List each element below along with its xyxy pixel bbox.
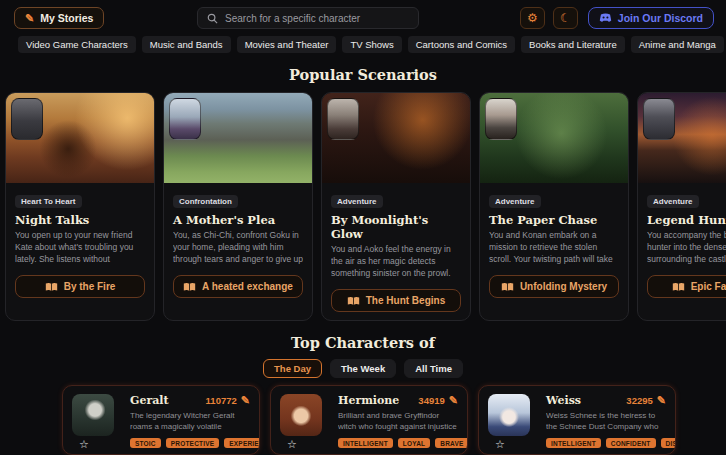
scenario-image [322, 93, 470, 183]
scenario-image [480, 93, 628, 183]
character-description: The legendary Witcher Geralt roams a mag… [130, 410, 250, 433]
popular-scenarios-title: Popular Scenarios [0, 66, 726, 83]
tag[interactable]: BRAVE [435, 438, 468, 448]
search-input[interactable] [225, 13, 409, 24]
nav-item-books-and-literature[interactable]: Books and Literature [521, 36, 625, 53]
scenario-badge: Adventure [647, 195, 699, 208]
time-range-tabs: The Day The Week All Time [0, 359, 726, 378]
scenario-card-a-mothers-plea[interactable]: Confrontation A Mother's Plea You, as Ch… [163, 92, 313, 321]
search-icon [207, 13, 218, 24]
avatar [72, 394, 114, 436]
my-stories-label: My Stories [40, 12, 93, 24]
scenario-card-the-paper-chase[interactable]: Adventure The Paper Chase You and Konan … [479, 92, 629, 321]
book-icon [347, 296, 360, 306]
nav-item-movies-and-theater[interactable]: Movies and Theater [237, 36, 337, 53]
tag[interactable]: EXPERIENCED [224, 438, 260, 448]
character-name: Hermione [338, 394, 399, 407]
scenario-start-button[interactable]: The Hunt Begins [331, 289, 461, 312]
book-icon [45, 282, 58, 292]
nav-item-cartoons-and-comics[interactable]: Cartoons and Comics [408, 36, 515, 53]
scenario-character-avatar [327, 98, 359, 140]
scenario-badge: Adventure [331, 195, 383, 208]
settings-button[interactable]: ⚙ [520, 7, 545, 29]
tab-the-week[interactable]: The Week [330, 359, 396, 378]
tag[interactable]: DISCIPLINED [661, 438, 676, 448]
character-description: Weiss Schnee is the heiress to the Schne… [546, 410, 666, 433]
tab-the-day[interactable]: The Day [263, 359, 322, 378]
favorite-star-icon[interactable]: ☆ [495, 438, 505, 451]
scenario-character-avatar [643, 98, 675, 140]
favorite-star-icon[interactable]: ☆ [287, 438, 297, 451]
scenario-card-by-moonlights-glow[interactable]: Adventure By Moonlight's Glow You and Ao… [321, 92, 471, 321]
scenario-start-button[interactable]: A heated exchange [173, 275, 303, 298]
scenario-badge: Confrontation [173, 195, 238, 208]
scenario-description: You, as Chi-Chi, confront Goku in your h… [173, 230, 303, 266]
character-card-geralt[interactable]: ☆ Geralt 110772✎ The legendary Witcher G… [62, 385, 260, 455]
scenario-title: A Mother's Plea [173, 213, 303, 227]
scenario-badge: Adventure [489, 195, 541, 208]
chat-count: 110772✎ [206, 395, 250, 406]
pencil-icon: ✎ [241, 394, 250, 406]
tag-list: STOIC PROTECTIVE EXPERIENCED [130, 438, 250, 448]
my-stories-button[interactable]: ✎ My Stories [14, 7, 104, 29]
scenario-start-button[interactable]: Unfolding Mystery [489, 275, 619, 298]
character-grid: ☆ Geralt 110772✎ The legendary Witcher G… [62, 385, 676, 455]
book-icon [672, 282, 685, 292]
scenario-description: You and Konan embark on a mission to ret… [489, 230, 619, 266]
scenario-character-avatar [11, 98, 43, 140]
scenario-title: The Paper Chase [489, 213, 619, 227]
scenario-character-avatar [485, 98, 517, 140]
tag-list: INTELLIGENT CONFIDENT DISCIPLINED [546, 438, 666, 448]
scenario-title: Night Talks [15, 213, 145, 227]
nav-item-video-game-characters[interactable]: Video Game Characters [18, 36, 136, 53]
scenario-character-avatar [169, 98, 201, 140]
scenario-description: You open up to your new friend Kate abou… [15, 230, 145, 266]
nav-item-tv-shows[interactable]: TV Shows [342, 36, 401, 53]
character-name: Geralt [130, 394, 169, 407]
avatar [280, 394, 322, 436]
tag-list: INTELLIGENT LOYAL BRAVE [338, 438, 458, 448]
scenario-description: You accompany the brooding hunter into t… [647, 230, 726, 266]
search-wrap [104, 7, 511, 29]
discord-icon [599, 13, 612, 23]
scenario-description: You and Aoko feel the energy in the air … [331, 244, 461, 280]
book-icon [183, 282, 196, 292]
scenario-image [164, 93, 312, 183]
scenario-start-button[interactable]: By the Fire [15, 275, 145, 298]
join-discord-label: Join Our Discord [618, 12, 703, 24]
gear-icon: ⚙ [527, 12, 538, 24]
category-nav: Video Game Characters Music and Bands Mo… [0, 34, 726, 53]
tag[interactable]: PROTECTIVE [166, 438, 220, 448]
character-card-hermione[interactable]: ☆ Hermione 34919✎ Brilliant and brave Gr… [270, 385, 468, 455]
tag[interactable]: INTELLIGENT [338, 438, 393, 448]
character-name: Weiss [546, 394, 581, 407]
top-characters-title: Top Characters of [0, 334, 726, 351]
scenario-row: Heart To Heart Night Talks You open up t… [0, 92, 726, 321]
scenario-start-button[interactable]: Epic Fantasy [647, 275, 726, 298]
tag[interactable]: LOYAL [398, 438, 430, 448]
tag[interactable]: INTELLIGENT [546, 438, 601, 448]
tag[interactable]: CONFIDENT [606, 438, 656, 448]
chat-count: 34919✎ [418, 395, 458, 406]
scenario-card-legend-hunt[interactable]: Adventure Legend Hunt You accompany the … [637, 92, 726, 321]
join-discord-button[interactable]: Join Our Discord [588, 7, 714, 29]
avatar [488, 394, 530, 436]
chat-count: 32295✎ [626, 395, 666, 406]
favorite-star-icon[interactable]: ☆ [79, 438, 89, 451]
search-box[interactable] [197, 7, 419, 29]
pencil-icon: ✎ [25, 13, 34, 24]
character-card-weiss[interactable]: ☆ Weiss 32295✎ Weiss Schnee is the heire… [478, 385, 676, 455]
scenario-card-night-talks[interactable]: Heart To Heart Night Talks You open up t… [5, 92, 155, 321]
scenario-image [638, 93, 726, 183]
tab-all-time[interactable]: All Time [404, 359, 463, 378]
nav-item-anime-and-manga[interactable]: Anime and Manga [631, 36, 724, 53]
scenario-title: By Moonlight's Glow [331, 213, 461, 241]
character-description: Brilliant and brave Gryffindor witch who… [338, 410, 458, 433]
top-bar: ✎ My Stories ⚙ ☾ Join Our Discord [0, 0, 726, 34]
pencil-icon: ✎ [449, 394, 458, 406]
scenario-title: Legend Hunt [647, 213, 726, 227]
tag[interactable]: STOIC [130, 438, 161, 448]
scenario-image [6, 93, 154, 183]
nav-item-music-and-bands[interactable]: Music and Bands [142, 36, 231, 53]
theme-toggle-button[interactable]: ☾ [553, 7, 578, 29]
